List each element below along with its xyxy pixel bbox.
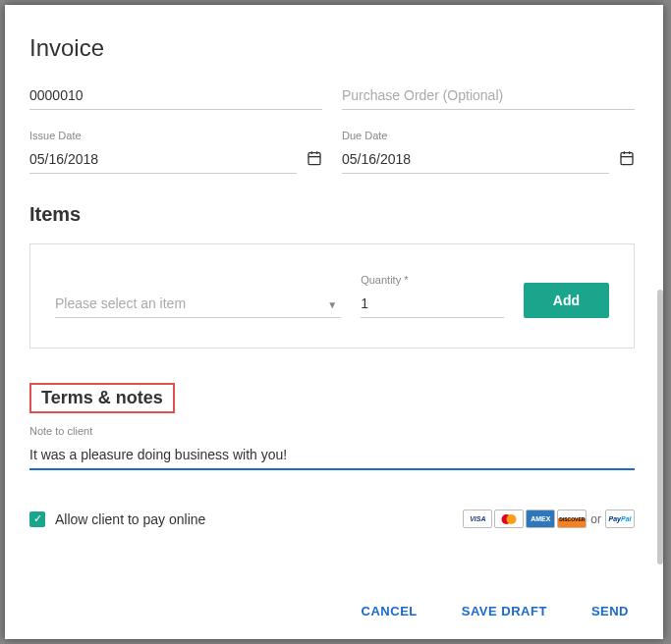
svg-rect-0 [308,153,320,165]
quantity-label: Quantity * [361,274,504,286]
terms-heading-highlight: Terms & notes [29,383,175,413]
cancel-button[interactable]: CANCEL [362,604,418,618]
payment-cards: VISA AMEX DISCOVER or PayPal [463,510,635,528]
discover-card-icon: DISCOVER [557,510,587,528]
issue-date-label: Issue Date [29,130,322,141]
paypal-card-icon: PayPal [605,510,635,528]
page-title: Invoice [29,34,635,62]
note-label: Note to client [29,425,635,437]
item-select[interactable]: Please select an item ▼ [55,290,341,318]
calendar-icon[interactable] [619,150,635,174]
or-text: or [590,512,601,526]
terms-heading: Terms & notes [41,388,163,408]
items-heading: Items [29,203,635,226]
scrollbar[interactable] [657,290,663,564]
amex-card-icon: AMEX [526,510,555,528]
visa-card-icon: VISA [463,510,492,528]
invoice-modal: Invoice Issue Date [5,5,663,639]
calendar-icon[interactable] [307,150,322,174]
note-input[interactable] [29,441,635,470]
add-button[interactable]: Add [524,283,609,318]
due-date-input[interactable] [342,145,609,174]
items-box: Please select an item ▼ Quantity * Add [29,243,635,349]
svg-rect-7 [621,153,633,165]
purchase-order-input[interactable] [342,81,635,110]
dialog-footer: CANCEL SAVE DRAFT SEND [5,582,663,639]
allow-online-checkbox[interactable]: ✓ [29,511,45,527]
mastercard-icon [494,510,524,528]
send-button[interactable]: SEND [591,604,629,618]
invoice-number-input[interactable] [29,81,322,110]
save-draft-button[interactable]: SAVE DRAFT [462,604,547,618]
due-date-label: Due Date [342,130,635,141]
quantity-input[interactable] [361,290,504,318]
allow-online-label: Allow client to pay online [55,511,205,527]
svg-point-15 [507,514,517,524]
issue-date-input[interactable] [29,145,297,174]
